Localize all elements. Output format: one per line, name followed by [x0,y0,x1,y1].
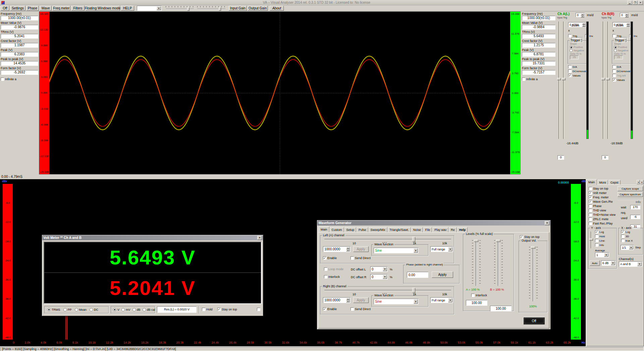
settings-button[interactable]: Settings [10,6,25,11]
da-checkbox[interactable]: D/A [568,65,577,68]
chevron-down-icon[interactable]: ▼ [414,248,418,253]
minimize-button[interactable]: ▁ [627,1,632,5]
y-scale-slider[interactable] [591,232,592,248]
wave-function-select-right[interactable]: Sine▼ [374,299,419,304]
panel-checkbox[interactable]: ✓Freq. meter [589,196,615,199]
infinite-average-checkbox[interactable]: Infinite a [522,78,555,81]
slope-negative-radio[interactable]: Negative [614,49,632,52]
chevron-down-icon[interactable]: ▼ [637,262,642,266]
hold-checkbox[interactable]: Hold [202,308,213,311]
control-panel-tab[interactable]: More [597,180,608,185]
checkbox-box[interactable] [522,78,525,81]
channels-select[interactable]: A and B▼ [619,261,642,267]
output-vol-thumb[interactable] [531,246,535,249]
input-gain-thumb[interactable] [187,7,190,11]
infinite-average-checkbox[interactable]: Infinite a [1,78,38,81]
msd-value[interactable]: 0▲▼ [620,13,629,17]
x-axis-checkbox[interactable]: 3D [621,235,633,238]
msd-value[interactable]: 0▲▼ [576,13,585,17]
send-direct-left-checkbox[interactable]: Send Direct [351,256,371,260]
apply-left-button[interactable]: Apply [353,246,369,252]
phase-input[interactable]: 0.00 [407,272,428,278]
generator-tab[interactable]: Help [457,227,468,232]
phase-apply-button[interactable]: Apply [432,271,453,278]
help-button[interactable]: HELP [121,6,134,11]
unit-radio[interactable]: mV [121,308,130,311]
slope-positive-radio[interactable]: Positive [614,46,632,49]
device-combo[interactable]: ▼ [137,6,162,11]
spin-down-icon[interactable]: ▼ [582,25,586,27]
generator-tab[interactable]: Setup [344,227,357,232]
x-axis-checkbox[interactable]: true X [621,239,633,242]
panel-checkbox[interactable]: Fast Rec./Play [589,222,615,225]
chevron-down-icon[interactable]: ▼ [448,298,452,302]
range-select-right[interactable]: Full range▼ [430,297,453,303]
mode-radio[interactable]: PP [63,308,72,311]
panel-checkbox[interactable]: ✓Wave Gen./Re [589,200,615,203]
trigger-slider-thumb[interactable] [606,78,610,80]
output-gain-thumb[interactable] [219,7,221,11]
values-checkbox[interactable]: ✓Values [568,74,581,77]
level-slider-b[interactable] [498,240,499,286]
capture-scope-button[interactable]: Capture scope [618,186,643,191]
close-button[interactable]: ✕ [638,1,643,5]
range-select-left[interactable]: Full range▼ [430,246,453,252]
levels-interlock-checkbox[interactable]: Interlock [471,294,487,297]
generator-tab[interactable]: Noise [411,227,423,232]
chevron-down-icon[interactable]: ▼ [448,247,452,251]
chevron-down-icon[interactable]: ▼ [414,299,418,304]
vpos-slider-thumb[interactable] [601,78,605,80]
close-icon[interactable]: ✕ [257,236,262,240]
about-button[interactable]: About [270,6,284,11]
panel-checkbox[interactable]: Stay on top [589,187,615,190]
x-div-select[interactable]: 1/1▼ [621,245,634,250]
generator-tab[interactable]: Main [319,227,329,232]
y-scale-thumb[interactable] [589,238,593,241]
enable-right-checkbox[interactable]: ✓Enable [323,307,337,311]
trig-left-checkbox[interactable]: Trig.left [612,74,626,77]
generator-tab[interactable]: Custom [330,227,344,232]
output-gain-slider[interactable] [197,6,226,11]
level-slider-a[interactable] [476,240,477,286]
spin-down-icon[interactable]: ▼ [625,15,629,17]
control-panel-tab[interactable]: Cepst [608,180,621,185]
panel-checkbox[interactable]: Phase [589,204,615,208]
floating-windows-button[interactable]: Floating Windows mode [85,6,120,11]
generator-tab[interactable]: Play wav [432,227,448,232]
enable-left-checkbox[interactable]: ✓Enable [323,256,337,260]
position-value[interactable]: 0 [557,155,564,160]
output-gain-button[interactable]: Output Gain [248,6,268,11]
dcremoval-checkbox[interactable]: DCremoval [612,69,630,73]
generator-tab[interactable]: File [423,227,432,232]
mode-radio[interactable]: DC [90,308,98,311]
vpos-slider[interactable] [603,21,604,139]
trig-checkbox[interactable]: Trig. [568,34,578,38]
freq-input-left[interactable]: 1000.0000▲▼ [323,246,351,252]
y-axis-checkbox[interactable]: Line: [595,239,605,242]
mode-radio[interactable]: TRMS [47,308,60,311]
auto-button[interactable]: Auto [590,260,600,266]
panel-checkbox[interactable]: THD+Noise view [589,213,615,216]
y-axis-checkbox[interactable]: ✓Log [595,230,605,234]
y-axis-checkbox[interactable]: Hold [595,235,605,238]
average-select[interactable]: 1▼ [595,252,609,257]
off-button[interactable]: Off [1,6,9,11]
loop-mode-checkbox[interactable]: Loop mode [324,267,343,271]
mode-radio[interactable]: Mean [75,308,87,311]
da-checkbox[interactable]: D/A [612,65,621,68]
volt-meter-titlebar[interactable]: Volt Meter ** Ch A and B ✕ [42,235,263,240]
generator-off-button[interactable]: Off [523,317,545,324]
tab-scroll-right-icon[interactable]: ▸ [640,180,644,184]
vpos-slider[interactable] [558,21,559,139]
tab-scroll-left-icon[interactable]: ◂ [637,180,640,184]
panel-checkbox[interactable]: THD view [589,209,615,212]
output-vol-slider[interactable] [533,246,534,301]
spin-down-icon[interactable]: ▼ [346,300,350,303]
values-checkbox[interactable]: ✓Values [612,78,625,82]
slope-positive-radio[interactable]: Positive [570,46,588,49]
level-slider-b-thumb[interactable] [496,240,500,242]
generator-tab[interactable]: Pulse [357,227,368,232]
extra-checkbox[interactable] [257,308,260,311]
trigger-slider[interactable] [607,21,608,139]
panel-checkbox[interactable]: ✓Volt meter [589,191,615,195]
